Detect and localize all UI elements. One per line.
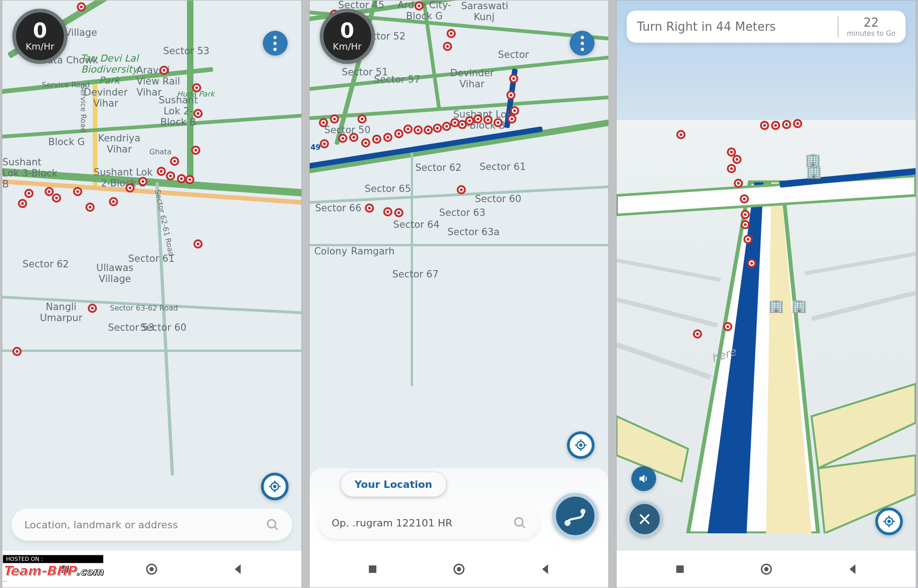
svg-line-25	[805, 254, 916, 273]
svg-marker-18	[812, 384, 916, 469]
speed-indicator: 0 Km/Hr	[12, 9, 68, 64]
svg-point-2	[267, 520, 276, 528]
more-options-button[interactable]	[570, 31, 595, 56]
svg-point-13	[457, 567, 461, 571]
close-icon	[638, 512, 652, 526]
svg-rect-29	[676, 565, 684, 573]
screenshot-2: Sector 45 Ardee City-Block G Saraswati K…	[309, 0, 609, 588]
android-home-icon[interactable]	[760, 563, 773, 576]
recenter-button[interactable]	[567, 431, 595, 459]
android-back-icon[interactable]	[846, 563, 859, 576]
recenter-button[interactable]	[261, 473, 289, 500]
host-watermark: HOSTED ON : Team-BHP.com —	[3, 555, 103, 583]
screenshot-3: 🏢 🏢 🏢 🏢 here Turn Right in 44 Meters 22 …	[616, 0, 916, 588]
map-canvas[interactable]: Faridabad Village Sector 53 Mata Chowk T…	[2, 0, 301, 551]
android-nav-bar	[617, 551, 916, 588]
search-icon	[266, 518, 279, 531]
close-navigation-button[interactable]	[627, 501, 663, 537]
svg-point-1	[273, 486, 276, 488]
search-icon	[513, 516, 527, 530]
eta-value: 22	[863, 16, 878, 29]
navigation-3d-view[interactable]: 🏢 🏢 🏢 🏢 here Turn Right in 44 Meters 22 …	[617, 0, 916, 551]
svg-line-23	[617, 300, 717, 326]
road-layer	[617, 0, 916, 533]
speaker-icon	[638, 473, 650, 485]
hosted-on-label: HOSTED ON :	[3, 555, 103, 563]
android-back-icon[interactable]	[539, 563, 552, 576]
map-canvas[interactable]: Sector 45 Ardee City-Block G Saraswati K…	[310, 0, 609, 551]
android-recents-icon[interactable]	[366, 563, 379, 576]
svg-point-28	[888, 520, 890, 523]
host-site-name: Team-BHP.com	[3, 563, 103, 578]
svg-line-22	[617, 260, 720, 280]
svg-point-10	[582, 510, 584, 512]
navigation-instruction-card: Turn Right in 44 Meters 22 minutes to Go	[627, 11, 906, 43]
android-nav-bar	[310, 551, 609, 588]
eta-label: minutes to Go	[847, 29, 895, 38]
svg-point-9	[566, 521, 569, 525]
route-icon	[562, 506, 588, 526]
android-back-icon[interactable]	[232, 563, 244, 576]
svg-line-24	[617, 345, 711, 378]
speed-indicator: 0 Km/Hr	[320, 9, 375, 64]
svg-rect-11	[369, 565, 376, 573]
svg-point-8	[515, 518, 523, 526]
eta: 22 minutes to Go	[847, 16, 895, 38]
speed-value: 0	[33, 21, 47, 41]
speed-value: 0	[340, 21, 354, 41]
svg-point-7	[580, 444, 582, 447]
speed-unit: Km/Hr	[333, 41, 362, 52]
android-home-icon[interactable]	[453, 563, 465, 576]
start-navigation-button[interactable]	[552, 493, 598, 539]
crosshair-icon	[883, 515, 895, 528]
your-location-chip[interactable]: Your Location	[341, 472, 446, 497]
svg-point-5	[150, 567, 154, 571]
svg-line-26	[812, 293, 916, 319]
destination-bar[interactable]: Op. .rugram 122101 HR	[319, 507, 540, 539]
crosshair-icon	[574, 439, 587, 452]
more-options-button[interactable]	[263, 31, 288, 56]
android-home-icon[interactable]	[145, 563, 158, 576]
recenter-button[interactable]	[875, 508, 903, 535]
crosshair-icon	[268, 480, 281, 493]
search-bar[interactable]: Location, landmark or address	[11, 509, 292, 541]
svg-point-31	[764, 567, 768, 571]
search-placeholder: Location, landmark or address	[24, 519, 266, 531]
divider	[838, 17, 839, 37]
android-recents-icon[interactable]	[674, 563, 686, 576]
screenshot-1: Faridabad Village Sector 53 Mata Chowk T…	[2, 0, 302, 588]
instruction-text: Turn Right in 44 Meters	[637, 20, 829, 34]
voice-toggle-button[interactable]	[631, 466, 656, 491]
your-location-label: Your Location	[355, 479, 432, 490]
destination-text: Op. .rugram 122101 HR	[332, 517, 513, 529]
speed-unit: Km/Hr	[26, 41, 55, 52]
